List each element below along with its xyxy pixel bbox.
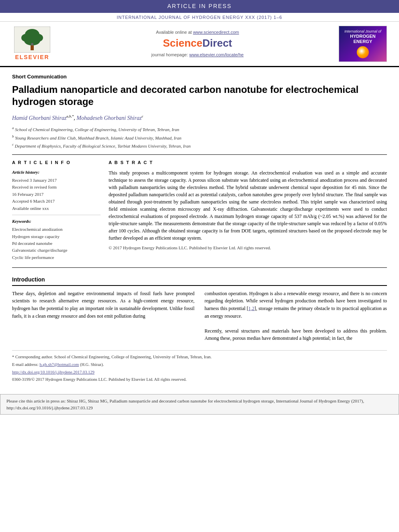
keyword-1: Electrochemical anodization bbox=[12, 226, 101, 232]
abstract-heading: A B S T R A C T bbox=[109, 160, 387, 166]
intro-col-right: combustion operation. Hydrogen is also a… bbox=[205, 290, 387, 342]
abstract-copyright: © 2017 Hydrogen Energy Publications LLC.… bbox=[109, 245, 387, 251]
journal-cover-title: International Journal of HYDROGEN ENERGY bbox=[341, 29, 385, 44]
article-in-press-banner: ARTICLE IN PRESS bbox=[0, 0, 399, 13]
main-content: Short Communication Palladium nanopartic… bbox=[0, 67, 399, 390]
doi-link[interactable]: http://dx.doi.org/10.1016/j.ijhydene.201… bbox=[12, 370, 95, 374]
svg-point-7 bbox=[31, 43, 33, 45]
author1-affiliation: a,b,* bbox=[66, 114, 74, 118]
keyword-5: Cyclic life performance bbox=[12, 255, 101, 261]
available-online: Available online xxx bbox=[12, 205, 101, 212]
article-info-heading: A R T I C L E I N F O bbox=[12, 160, 101, 166]
keywords-label: Keywords: bbox=[12, 218, 101, 224]
intro-col-left: These days, depletion and negative envir… bbox=[12, 290, 195, 342]
author2-name: Mohadeseh Ghorbani Shiraz bbox=[76, 115, 142, 121]
citation-box: Please cite this article in press as: Sh… bbox=[0, 394, 399, 415]
author2-affiliation: c bbox=[142, 114, 143, 118]
article-history-label: Article history: bbox=[12, 169, 101, 175]
email-note: E-mail address: h.gh.sh7@hotmail.com (H.… bbox=[12, 362, 387, 368]
revised-date: 16 February 2017 bbox=[12, 191, 101, 197]
introduction-section: Introduction These days, depletion and n… bbox=[12, 276, 387, 342]
received-revised-label: Received in revised form bbox=[12, 184, 101, 190]
issn-line: 0360-3199/© 2017 Hydrogen Energy Publica… bbox=[12, 376, 387, 383]
affiliation-a: a School of Chemical Engineering, Colleg… bbox=[12, 125, 387, 133]
sciencedirect-brand: ScienceDirect bbox=[56, 36, 339, 50]
keyword-2: Hydrogen storage capacity bbox=[12, 234, 101, 240]
introduction-heading: Introduction bbox=[12, 276, 387, 286]
journal-cover-area: International Journal of HYDROGEN ENERGY bbox=[339, 26, 391, 62]
ref-1[interactable]: 1,2 bbox=[249, 306, 255, 311]
abstract-divider bbox=[12, 267, 387, 268]
article-title: Palladium nanoparticle and decorated car… bbox=[12, 84, 387, 108]
keyword-4: Galvanostatic charge/discharge bbox=[12, 247, 101, 253]
article-type: Short Communication bbox=[12, 73, 387, 80]
sciencedirect-info: Available online at www.sciencedirect.co… bbox=[56, 29, 339, 58]
keyword-3: Pd decorated nanotube bbox=[12, 240, 101, 246]
author1-name: Hamid Ghorbani Shiraz bbox=[12, 115, 66, 121]
title-divider bbox=[12, 154, 387, 155]
intro-text-right: combustion operation. Hydrogen is also a… bbox=[205, 290, 387, 342]
received-date: Received 3 January 2017 bbox=[12, 177, 101, 183]
journal-header: INTERNATIONAL JOURNAL OF HYDROGEN ENERGY… bbox=[0, 13, 399, 22]
elsevier-logo-area: ELSEVIER bbox=[8, 27, 56, 62]
doi-link-line: http://dx.doi.org/10.1016/j.ijhydene.201… bbox=[12, 369, 387, 376]
cover-decorative-circle bbox=[357, 46, 369, 58]
abstract-col: A B S T R A C T This study proposes a mu… bbox=[109, 160, 387, 261]
journal-cover: International Journal of HYDROGEN ENERGY bbox=[339, 26, 387, 62]
elsevier-wordmark: ELSEVIER bbox=[15, 53, 49, 62]
info-abstract-section: A R T I C L E I N F O Article history: R… bbox=[12, 160, 387, 261]
abstract-body: This study proposes a multicomponent sys… bbox=[109, 169, 387, 242]
affiliation-c: c Department of Biophysics, Faculty of B… bbox=[12, 142, 387, 150]
article-info-col: A R T I C L E I N F O Article history: R… bbox=[12, 160, 101, 261]
affiliations: a School of Chemical Engineering, Colleg… bbox=[12, 125, 387, 150]
authors-line: Hamid Ghorbani Shiraza,b,*, Mohadeseh Gh… bbox=[12, 114, 387, 122]
email-link[interactable]: h.gh.sh7@hotmail.com bbox=[39, 362, 79, 367]
available-online-text: Available online at www.sciencedirect.co… bbox=[56, 29, 339, 35]
accepted-date: Accepted 6 March 2017 bbox=[12, 198, 101, 204]
affiliation-b: b Young Researchers and Elite Club, Mash… bbox=[12, 134, 387, 142]
this-word: this bbox=[360, 328, 367, 334]
elsevier-tree-icon bbox=[14, 27, 50, 53]
svg-rect-5 bbox=[31, 45, 34, 50]
corresponding-author-note: * Corresponding author. School of Chemic… bbox=[12, 354, 387, 360]
elsevier-logo: ELSEVIER bbox=[8, 27, 56, 62]
logo-area: ELSEVIER Available online at www.science… bbox=[0, 22, 399, 67]
sciencedirect-link[interactable]: www.sciencedirect.com bbox=[193, 30, 239, 35]
info-divider bbox=[12, 215, 101, 215]
journal-homepage: journal homepage: www.elsevier.com/locat… bbox=[56, 52, 339, 58]
journal-homepage-link[interactable]: www.elsevier.com/locate/he bbox=[189, 52, 244, 57]
introduction-body: These days, depletion and negative envir… bbox=[12, 290, 387, 342]
footer-area: * Corresponding author. School of Chemic… bbox=[12, 350, 387, 383]
intro-text-left: These days, depletion and negative envir… bbox=[12, 290, 195, 320]
